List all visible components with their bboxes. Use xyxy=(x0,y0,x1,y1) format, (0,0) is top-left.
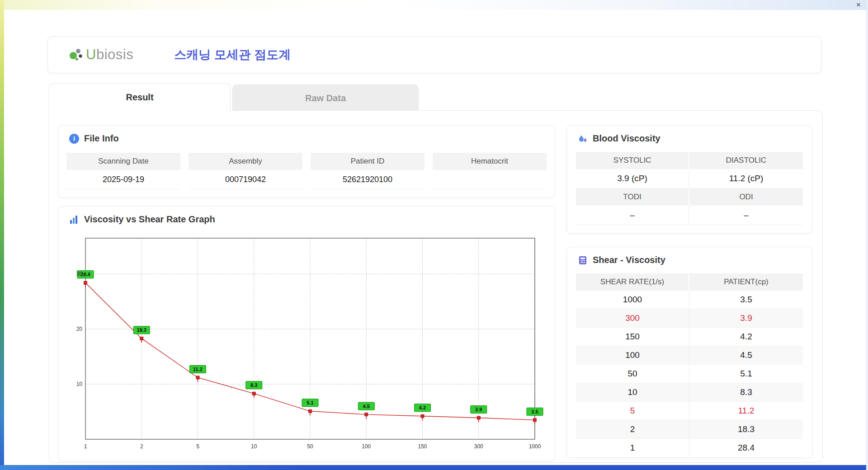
svg-text:3.9: 3.9 xyxy=(475,407,482,412)
svg-text:5: 5 xyxy=(196,443,199,450)
blood-viscosity-title: Blood Viscosity xyxy=(593,133,660,144)
patient-viscosity-cell: 3.5 xyxy=(689,291,803,309)
file-info-header: i File Info xyxy=(58,126,555,147)
bar-chart-icon xyxy=(69,215,79,225)
todi-value: – xyxy=(576,206,689,225)
todi-odi-label-row: TODI ODI xyxy=(576,188,803,206)
field-label: Scanning Date xyxy=(66,153,180,170)
shear-viscosity-title: Shear - Viscosity xyxy=(593,255,665,265)
shear-viscosity-header: Shear - Viscosity xyxy=(567,247,812,269)
svg-text:4.5: 4.5 xyxy=(363,404,370,409)
logo-dots-icon xyxy=(69,47,84,62)
patient-viscosity-cell: 18.3 xyxy=(689,420,803,439)
field-value: 000719042 xyxy=(189,170,302,189)
systolic-value: 3.9 (cP) xyxy=(576,169,689,188)
window-close-button[interactable]: × xyxy=(854,0,863,9)
blood-viscosity-header: Blood Viscosity xyxy=(567,126,812,147)
tab-result-label: Result xyxy=(126,92,153,103)
logo-text: Ubiosis xyxy=(86,47,133,63)
svg-text:2: 2 xyxy=(140,443,143,450)
file-info-title: File Info xyxy=(84,133,119,144)
svg-text:18.3: 18.3 xyxy=(137,327,146,333)
tab-raw-data-label: Raw Data xyxy=(305,93,346,103)
droplet-icon xyxy=(578,134,588,144)
file-info-field: Hematocrit xyxy=(433,153,547,189)
svg-text:10: 10 xyxy=(76,381,83,387)
field-value: 2025-09-19 xyxy=(66,170,180,189)
patient-viscosity-cell: 4.2 xyxy=(689,328,803,346)
patient-viscosity-cell: 8.3 xyxy=(689,383,803,402)
graph-card: Viscosity vs Shear Rate Graph 28.418.311… xyxy=(58,206,555,461)
blood-viscosity-card: Blood Viscosity SYSTOLIC DIASTOLIC 3.9 (… xyxy=(566,125,812,234)
field-value xyxy=(433,170,547,189)
shear-rate-column-header: SHEAR RATE(1/s) xyxy=(576,273,689,291)
field-label: Assembly xyxy=(189,153,302,170)
file-info-grid: Scanning Date2025-09-19Assembly000719042… xyxy=(66,153,547,189)
file-info-field: Scanning Date2025-09-19 xyxy=(66,153,180,189)
todi-label: TODI xyxy=(576,188,689,206)
svg-text:30: 30 xyxy=(76,271,83,277)
patient-viscosity-cell: 11.2 xyxy=(689,402,803,420)
patient-viscosity-cell: 4.5 xyxy=(689,346,803,365)
shear-table-row: 1004.5 xyxy=(576,346,803,365)
field-label: Hematocrit xyxy=(433,153,547,170)
svg-text:5.1: 5.1 xyxy=(307,400,313,405)
patient-viscosity-cell: 3.9 xyxy=(689,309,803,328)
shear-table-row: 218.3 xyxy=(576,420,803,439)
svg-text:300: 300 xyxy=(474,443,483,450)
shear-table-row: 1504.2 xyxy=(576,328,803,346)
diastolic-label: DIASTOLIC xyxy=(689,152,803,169)
ubiosis-logo: Ubiosis xyxy=(69,47,133,63)
svg-text:150: 150 xyxy=(418,443,427,450)
svg-text:50: 50 xyxy=(307,443,313,450)
shear-table-row: 10003.5 xyxy=(576,291,803,309)
info-icon: i xyxy=(69,134,79,144)
graph-title: Viscosity vs Shear Rate Graph xyxy=(84,214,215,225)
shear-rate-cell: 1000 xyxy=(576,291,689,309)
file-info-field: Patient ID52621920100 xyxy=(311,153,425,189)
shear-rate-cell: 10 xyxy=(576,383,689,402)
svg-text:11.2: 11.2 xyxy=(193,367,203,372)
shear-rate-cell: 300 xyxy=(576,309,689,328)
svg-text:10: 10 xyxy=(251,443,257,450)
diastolic-value: 11.2 (cP) xyxy=(689,169,803,188)
svg-text:4.2: 4.2 xyxy=(419,405,426,410)
logo-text-u: U xyxy=(86,47,96,62)
shear-table-row: 511.2 xyxy=(576,402,803,420)
shear-table-row: 3003.9 xyxy=(576,309,803,328)
blood-viscosity-value-row: 3.9 (cP) 11.2 (cP) xyxy=(576,169,803,188)
shear-viscosity-table: SHEAR RATE(1/s) PATIENT(cp) 10003.53003.… xyxy=(576,273,803,457)
patient-viscosity-cell: 5.1 xyxy=(689,365,803,383)
graph-header: Viscosity vs Shear Rate Graph xyxy=(58,207,555,228)
viscosity-chart: 28.418.311.28.35.14.54.23.93.51020301251… xyxy=(67,233,547,459)
shear-table-row: 108.3 xyxy=(576,383,803,402)
blood-viscosity-table: SYSTOLIC DIASTOLIC 3.9 (cP) 11.2 (cP) TO… xyxy=(576,152,803,225)
header-card: Ubiosis 스캐닝 모세관 점도계 xyxy=(47,36,821,73)
file-info-field: Assembly000719042 xyxy=(189,153,302,189)
tab-result[interactable]: Result xyxy=(49,83,231,111)
field-value: 52621920100 xyxy=(311,170,425,189)
calculator-icon xyxy=(578,255,588,265)
content-panel: i File Info Scanning Date2025-09-19Assem… xyxy=(49,110,823,463)
svg-text:1: 1 xyxy=(84,443,87,450)
shear-rate-cell: 2 xyxy=(576,420,689,439)
tab-raw-data[interactable]: Raw Data xyxy=(232,85,419,111)
logo-text-rest: biosis xyxy=(96,47,133,62)
shear-table-row: 505.1 xyxy=(576,365,803,383)
app-title: 스캐닝 모세관 점도계 xyxy=(174,47,291,63)
shear-rate-cell: 50 xyxy=(576,365,689,383)
odi-label: ODI xyxy=(689,188,803,206)
patient-viscosity-cell: 28.4 xyxy=(689,439,803,457)
shear-table-row: 128.4 xyxy=(576,439,803,457)
svg-text:3.5: 3.5 xyxy=(531,409,538,414)
shear-table-body: 10003.53003.91504.21004.5505.1108.3511.2… xyxy=(576,291,803,457)
svg-text:1000: 1000 xyxy=(529,443,541,450)
shear-rate-cell: 150 xyxy=(576,328,689,346)
file-info-card: i File Info Scanning Date2025-09-19Assem… xyxy=(58,125,555,198)
patient-column-header: PATIENT(cp) xyxy=(689,273,803,291)
shear-rate-cell: 100 xyxy=(576,346,689,365)
shear-rate-cell: 1 xyxy=(576,439,689,457)
blood-viscosity-label-row: SYSTOLIC DIASTOLIC xyxy=(576,152,803,169)
todi-odi-value-row: – – xyxy=(576,206,803,225)
systolic-label: SYSTOLIC xyxy=(576,152,689,169)
